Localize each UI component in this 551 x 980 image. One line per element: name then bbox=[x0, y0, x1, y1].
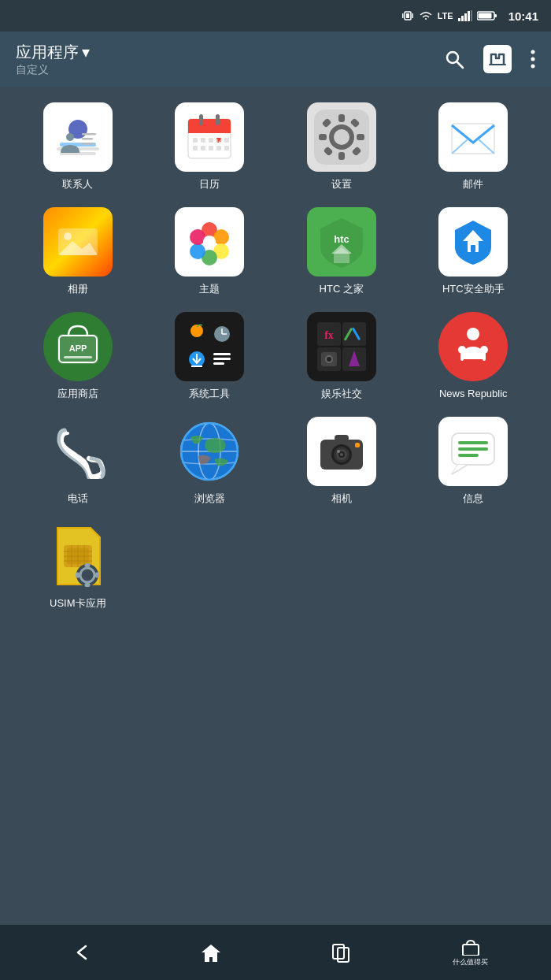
browser-icon bbox=[175, 417, 244, 486]
svg-rect-11 bbox=[478, 13, 491, 19]
svg-rect-156 bbox=[463, 945, 479, 956]
svg-rect-2 bbox=[402, 13, 404, 18]
svg-text:fx: fx bbox=[324, 329, 334, 341]
svg-rect-149 bbox=[84, 563, 90, 567]
svg-rect-135 bbox=[458, 454, 479, 457]
app-usim[interactable]: USIM卡应用 bbox=[16, 522, 140, 611]
camera-icon bbox=[307, 417, 376, 486]
contacts-label: 联系人 bbox=[62, 178, 93, 191]
app-settings[interactable]: 设置 bbox=[279, 102, 404, 191]
messages-label: 信息 bbox=[463, 492, 483, 506]
svg-rect-51 bbox=[357, 134, 364, 140]
svg-point-71 bbox=[203, 236, 216, 248]
app-subtitle: 自定义 bbox=[16, 63, 90, 77]
svg-marker-153 bbox=[202, 945, 220, 962]
svg-rect-150 bbox=[84, 583, 90, 587]
htc-shop-button[interactable] bbox=[483, 45, 512, 73]
app-calendar[interactable]: 14 日历 bbox=[148, 102, 272, 191]
recent-button[interactable] bbox=[317, 933, 364, 972]
app-gallery[interactable]: 相册 bbox=[16, 207, 140, 296]
lte-icon: LTE bbox=[438, 11, 453, 20]
app-themes[interactable]: 主题 bbox=[148, 207, 272, 296]
svg-point-130 bbox=[340, 453, 343, 456]
entertainment-label: 娱乐社交 bbox=[321, 388, 362, 401]
svg-rect-49 bbox=[338, 152, 345, 160]
svg-rect-5 bbox=[461, 16, 464, 21]
app-messages[interactable]: 信息 bbox=[412, 417, 536, 506]
settings-icon bbox=[307, 102, 376, 172]
app-htchome[interactable]: htc HTC 之家 bbox=[279, 207, 404, 296]
app-newsrepublic[interactable]: News Republic bbox=[412, 312, 536, 401]
svg-rect-39 bbox=[193, 146, 198, 150]
svg-rect-129 bbox=[355, 443, 360, 447]
camera-label: 相机 bbox=[331, 492, 352, 506]
calendar-label: 日历 bbox=[199, 178, 220, 191]
svg-rect-96 bbox=[213, 358, 231, 360]
svg-rect-34 bbox=[193, 138, 198, 143]
svg-rect-35 bbox=[201, 138, 205, 143]
wifi-icon bbox=[419, 10, 433, 21]
svg-point-127 bbox=[337, 450, 340, 453]
newsrepublic-label: News Republic bbox=[439, 388, 508, 401]
svg-rect-43 bbox=[224, 146, 229, 150]
svg-rect-151 bbox=[76, 572, 80, 577]
htcsecurity-icon bbox=[438, 207, 508, 277]
contacts-icon bbox=[43, 102, 113, 172]
svg-rect-31 bbox=[188, 127, 231, 133]
phone-label: 电话 bbox=[68, 492, 88, 506]
nav-bar: 什么值得买 bbox=[0, 925, 551, 980]
newsrepublic-icon bbox=[438, 312, 508, 381]
app-phone[interactable]: 电话 bbox=[16, 417, 140, 506]
svg-point-16 bbox=[531, 50, 535, 54]
svg-text:APP: APP bbox=[68, 343, 87, 353]
usim-icon bbox=[43, 522, 113, 591]
watermark-button[interactable]: 什么值得买 bbox=[447, 933, 494, 972]
signal-icon bbox=[458, 10, 472, 21]
svg-point-18 bbox=[531, 65, 535, 69]
gallery-icon bbox=[43, 207, 113, 277]
search-button[interactable] bbox=[444, 49, 464, 69]
status-icons: LTE 10:41 bbox=[401, 9, 538, 23]
svg-rect-4 bbox=[458, 18, 460, 21]
app-systemtools[interactable]: 系统工具 bbox=[148, 312, 272, 401]
svg-rect-57 bbox=[452, 124, 494, 154]
svg-rect-40 bbox=[201, 146, 205, 150]
svg-point-70 bbox=[190, 229, 205, 245]
messages-icon bbox=[438, 417, 508, 486]
app-browser[interactable]: 浏览器 bbox=[148, 417, 272, 506]
svg-rect-6 bbox=[464, 13, 467, 21]
entertainment-icon: fx bbox=[307, 312, 376, 381]
svg-point-24 bbox=[66, 133, 74, 141]
svg-rect-27 bbox=[82, 143, 94, 145]
app-title[interactable]: 应用程序 ▾ bbox=[16, 42, 90, 63]
app-contacts[interactable]: 联系人 bbox=[16, 102, 140, 191]
vibrate-icon bbox=[401, 9, 414, 22]
back-button[interactable] bbox=[57, 933, 105, 972]
svg-rect-38 bbox=[224, 138, 229, 143]
htchome-icon: htc bbox=[307, 207, 376, 277]
svg-rect-134 bbox=[458, 447, 488, 451]
app-email[interactable]: 邮件 bbox=[412, 102, 536, 191]
home-button[interactable] bbox=[187, 933, 235, 972]
app-camera[interactable]: 相机 bbox=[279, 417, 404, 506]
svg-point-66 bbox=[213, 229, 229, 245]
svg-point-107 bbox=[327, 357, 331, 362]
svg-rect-101 bbox=[342, 322, 366, 346]
svg-rect-7 bbox=[468, 11, 470, 21]
app-entertainment[interactable]: fx 娱乐社交 bbox=[279, 312, 404, 401]
app-appstore[interactable]: APP 应用商店 bbox=[16, 312, 140, 401]
appstore-label: 应用商店 bbox=[57, 388, 98, 401]
svg-rect-3 bbox=[412, 13, 413, 18]
battery-icon bbox=[477, 10, 497, 21]
svg-rect-97 bbox=[213, 362, 224, 365]
svg-rect-8 bbox=[471, 10, 472, 21]
svg-rect-1 bbox=[406, 13, 409, 18]
svg-rect-26 bbox=[82, 138, 93, 140]
svg-text:14: 14 bbox=[216, 138, 223, 145]
app-htcsecurity[interactable]: HTC安全助手 bbox=[412, 207, 536, 296]
app-title-text: 应用程序 bbox=[16, 42, 79, 63]
svg-rect-50 bbox=[319, 134, 327, 140]
more-button[interactable] bbox=[531, 49, 535, 69]
svg-line-13 bbox=[457, 62, 464, 69]
svg-rect-48 bbox=[338, 114, 345, 122]
